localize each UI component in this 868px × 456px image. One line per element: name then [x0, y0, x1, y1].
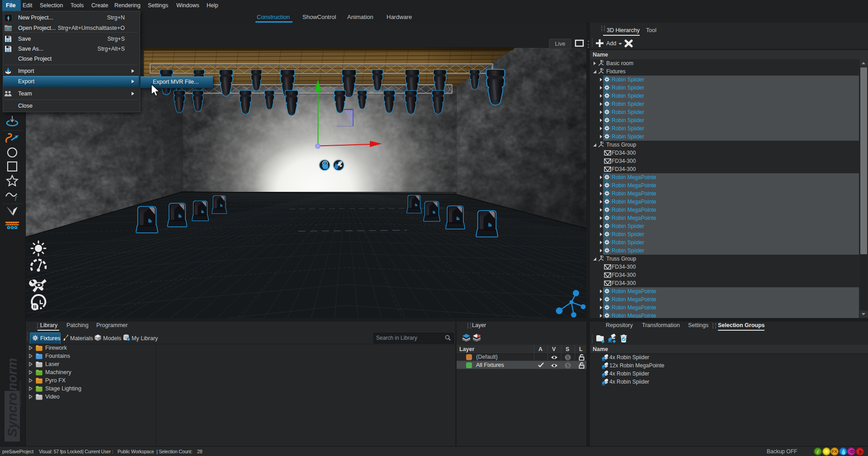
svg-text:S: S	[566, 355, 570, 360]
svg-text:S: S	[566, 363, 570, 368]
svg-text:Live: Live	[555, 41, 566, 47]
svg-text:f: f	[15, 195, 18, 201]
